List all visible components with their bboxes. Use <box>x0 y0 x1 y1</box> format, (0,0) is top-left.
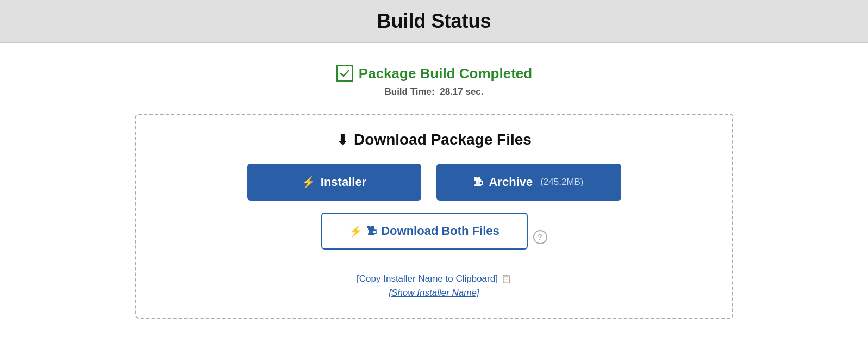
installer-button-label: Installer <box>321 175 366 189</box>
help-icon[interactable]: ? <box>533 230 547 244</box>
show-installer-label: [Show Installer Name] <box>389 288 479 298</box>
main-content: Package Build Completed Build Time: 28.1… <box>0 43 868 319</box>
build-status-title: Package Build Completed <box>336 65 532 82</box>
page-header: Build Status <box>0 0 868 43</box>
installer-button[interactable]: ⚡ Installer <box>247 164 421 201</box>
status-section: Package Build Completed Build Time: 28.1… <box>336 65 532 97</box>
build-time: Build Time: 28.17 sec. <box>384 86 483 97</box>
download-box: ⬇ Download Package Files ⚡ Installer 🗜 A… <box>135 114 733 319</box>
archive-button[interactable]: 🗜 Archive (245.2MB) <box>436 164 621 201</box>
copy-installer-label: [Copy Installer Name to Clipboard] <box>357 273 498 284</box>
download-section-text: Download Package Files <box>354 131 532 148</box>
page-wrapper: Build Status Package Build Completed Bui… <box>0 0 868 319</box>
show-installer-link[interactable]: [Show Installer Name] <box>389 288 479 298</box>
clipboard-icon: 📋 <box>501 274 511 284</box>
build-time-value: 28.17 sec. <box>440 86 483 97</box>
page-title: Build Status <box>0 10 868 33</box>
button-row: ⚡ Installer 🗜 Archive (245.2MB) <box>247 164 621 201</box>
check-icon <box>336 65 353 82</box>
both-bolt-icon: ⚡ <box>349 225 363 238</box>
archive-file-icon: 🗜 <box>473 177 483 188</box>
download-both-button[interactable]: ⚡ 🗜 Download Both Files <box>321 213 528 250</box>
build-status-text: Package Build Completed <box>359 65 532 82</box>
bolt-icon: ⚡ <box>302 176 315 189</box>
link-section: [Copy Installer Name to Clipboard] 📋 [Sh… <box>357 273 511 298</box>
both-button-label: Download Both Files <box>381 224 499 238</box>
both-file-icon: 🗜 <box>367 226 377 237</box>
download-icon: ⬇ <box>336 132 348 148</box>
build-time-label: Build Time: <box>384 86 434 97</box>
copy-installer-link[interactable]: [Copy Installer Name to Clipboard] 📋 <box>357 273 511 284</box>
download-section-title: ⬇ Download Package Files <box>336 131 532 148</box>
archive-button-label: Archive <box>489 175 533 189</box>
checkmark-svg <box>339 68 350 79</box>
archive-size: (245.2MB) <box>540 177 583 188</box>
both-button-wrapper: ⚡ 🗜 Download Both Files ? <box>321 213 547 262</box>
